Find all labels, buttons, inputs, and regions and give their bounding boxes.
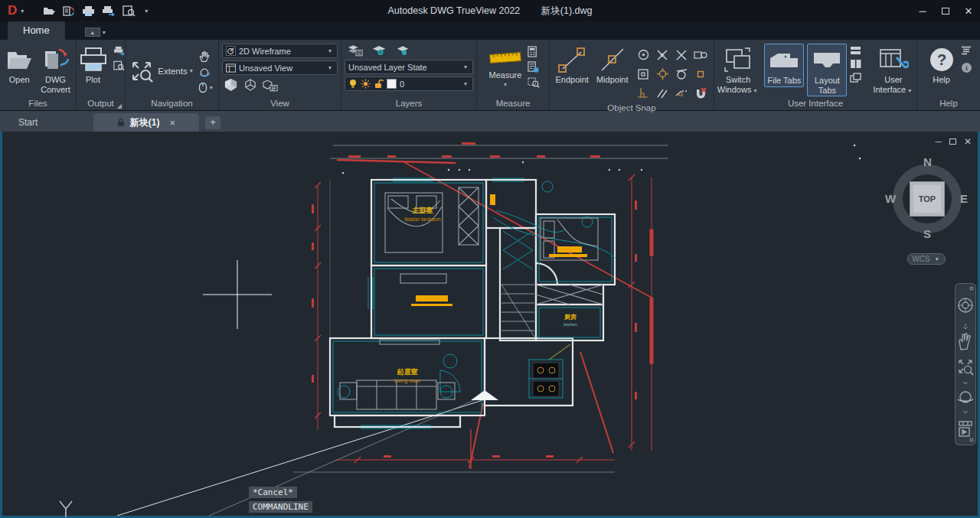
zoom-extents-icon[interactable] <box>129 58 155 84</box>
qat-more-caret-icon[interactable]: ▾ <box>145 8 148 15</box>
area-zoom-icon[interactable] <box>528 77 540 88</box>
panel-files: Open DWG Convert Files <box>0 40 77 110</box>
room-label-living-cn: 起居室 <box>397 368 418 376</box>
print-icon[interactable] <box>82 5 95 17</box>
extents-caret-icon: ▾ <box>190 67 193 74</box>
app-menu-logo[interactable]: D <box>8 3 17 18</box>
cascade-windows-icon[interactable] <box>850 73 861 83</box>
new-tab-button[interactable]: + <box>205 116 220 129</box>
panel-user-interface: Switch Windows▾ File Tabs Layout Tabs Us… <box>714 40 917 110</box>
snap-none-magnet-icon[interactable] <box>694 86 707 99</box>
snap-insertion-icon[interactable] <box>675 49 688 61</box>
app-menu-caret-icon[interactable]: ▾ <box>21 8 24 15</box>
snap-window-icon[interactable] <box>694 50 707 60</box>
snap-tangent-icon[interactable] <box>675 67 688 80</box>
stairs <box>501 285 534 337</box>
named-view-dropdown[interactable]: Unsaved View▾ <box>222 60 338 75</box>
ribbon-collapse-caret-icon[interactable]: ▾ <box>103 29 106 36</box>
measure-caret-icon: ▾ <box>504 80 507 90</box>
ribbon-minimize-control[interactable]: ▲ ▾ <box>85 28 108 37</box>
help-topics-icon[interactable] <box>961 46 972 56</box>
snap-center-icon[interactable] <box>637 48 650 61</box>
layer-dropdown[interactable]: 0▾ <box>345 77 473 91</box>
snap-endpoint-button[interactable]: Endpoint <box>553 44 590 86</box>
snap-midpoint-button[interactable]: Midpoint <box>594 44 631 86</box>
room-label-master-en: Master bedroom <box>404 217 440 222</box>
mouse-icon <box>198 82 207 93</box>
quick-calc-icon[interactable] <box>528 46 539 57</box>
file-tabs-toggle[interactable]: File Tabs <box>764 44 804 87</box>
compass-north[interactable]: N <box>923 155 932 168</box>
tile-vertically-icon[interactable] <box>850 59 861 69</box>
minimize-button[interactable]: ─ <box>911 1 934 21</box>
snap-node-icon[interactable] <box>656 49 668 61</box>
zoom-extents-dropdown[interactable]: Extents▾ <box>158 67 194 76</box>
view-manager-icon[interactable] <box>263 79 278 92</box>
orbit-icon[interactable] <box>198 67 211 78</box>
title-bar: D ▾ ▾ Autodesk DWG TrueView 2022 新块(1).d… <box>0 0 980 21</box>
shaded-cube-icon[interactable] <box>224 78 238 92</box>
snap-geometric-center-icon[interactable] <box>637 68 649 80</box>
measure-button[interactable]: Measure ▾ <box>486 44 524 90</box>
batch-plot-small-icon[interactable] <box>113 46 126 56</box>
tab-home[interactable]: Home <box>8 21 65 40</box>
snap-extension-icon[interactable] <box>675 88 688 98</box>
snap-perpendicular-icon[interactable] <box>637 87 649 99</box>
close-button[interactable]: ✕ <box>957 1 980 21</box>
quick-access-toolbar: ▾ <box>43 5 150 17</box>
view-cube[interactable]: N E S W TOP <box>887 158 968 243</box>
doc-close-icon[interactable]: ✕ <box>964 136 972 147</box>
view-cube-top-face[interactable]: TOP <box>910 181 945 217</box>
wcs-dropdown[interactable]: WCS▾ <box>907 253 946 265</box>
dwg-convert-button[interactable]: DWG Convert <box>38 44 73 95</box>
named-view-icon <box>226 64 236 73</box>
tile-horizontally-icon[interactable] <box>850 46 861 55</box>
file-tab-bar: Start 新块(1) × + <box>0 111 980 132</box>
batch-plot-icon[interactable] <box>102 5 116 17</box>
compass-west[interactable]: W <box>885 192 896 205</box>
doc-minimize-icon[interactable]: ─ <box>935 136 942 147</box>
drawing-canvas[interactable]: 主卧室 Master bedroom 起居室 Living room 厨房 ki… <box>0 132 980 518</box>
tab-start[interactable]: Start <box>8 113 93 132</box>
navigation-bar[interactable] <box>955 283 976 445</box>
dwg-convert-big-icon <box>42 47 70 73</box>
pan-hand-icon[interactable] <box>198 50 211 63</box>
preview-small-icon[interactable] <box>113 60 125 71</box>
doc-restore-icon[interactable] <box>949 138 956 145</box>
dwg-convert-icon[interactable] <box>63 5 75 17</box>
ruler-icon <box>488 49 522 66</box>
maximize-button[interactable] <box>934 1 957 21</box>
layer-isolate-icon[interactable] <box>372 44 387 57</box>
mouse-navigation-dropdown[interactable]: ▾ <box>198 82 215 93</box>
furniture <box>340 187 603 409</box>
compass-east[interactable]: E <box>960 192 968 205</box>
panel-launcher-icon[interactable]: ◢ <box>117 100 122 112</box>
open-button[interactable]: Open <box>3 44 35 86</box>
help-button[interactable]: ? Help <box>926 44 958 86</box>
plot-preview-icon[interactable] <box>122 5 136 17</box>
snap-point-icon[interactable] <box>697 70 704 78</box>
user-interface-caret-icon: ▾ <box>908 87 911 94</box>
plot-button[interactable]: Plot <box>77 44 110 86</box>
document-name: 新块(1).dwg <box>541 5 593 16</box>
wire-cube-icon[interactable] <box>244 79 256 91</box>
user-interface-button[interactable]: User Interface▾ <box>871 44 916 96</box>
snap-quadrant-icon[interactable] <box>656 67 669 80</box>
ribbon-collapse-icon[interactable]: ▲ <box>85 28 100 37</box>
tab-close-icon[interactable]: × <box>170 117 176 129</box>
command-input-line[interactable]: COMMANDLINE <box>249 501 312 513</box>
visual-style-dropdown[interactable]: 2D Wireframe▾ <box>222 44 338 58</box>
tab-document-active[interactable]: 新块(1) × <box>93 113 199 132</box>
layer-unisolate-icon[interactable] <box>397 44 410 57</box>
layer-properties-icon[interactable] <box>348 44 363 57</box>
snap-parallel-icon[interactable] <box>656 88 668 99</box>
switch-windows-button[interactable]: Switch Windows▾ <box>715 44 762 96</box>
info-center-icon[interactable]: i <box>961 62 972 73</box>
compass-south[interactable]: S <box>923 227 931 240</box>
room-label-living-en: Living room <box>394 378 420 384</box>
layout-tabs-toggle[interactable]: Layout Tabs <box>807 44 847 96</box>
field-icon[interactable] <box>528 61 539 73</box>
open-file-icon[interactable] <box>43 5 56 16</box>
layer-state-dropdown[interactable]: Unsaved Layer State▾ <box>345 60 473 74</box>
command-history-line[interactable]: *Cancel* <box>249 487 297 498</box>
